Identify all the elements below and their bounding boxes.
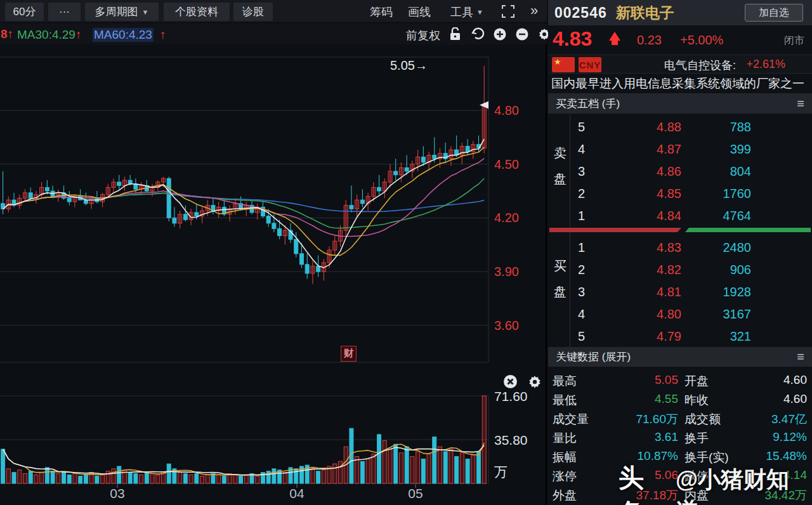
period-60min-button[interactable]: 60分 — [5, 3, 44, 21]
value: 4.60 — [731, 392, 807, 406]
value: 4.55 — [593, 392, 678, 406]
volume: 3167 — [688, 307, 751, 322]
value: 3.47亿 — [731, 411, 807, 428]
volume-chart[interactable]: 71.6035.80万030405 — [0, 371, 547, 505]
label: 换手 — [684, 430, 709, 447]
sell-row-3[interactable]: 34.86804 — [570, 161, 812, 183]
price-change-percent: +5.00% — [680, 33, 723, 48]
sell-ratio-bar — [549, 228, 681, 232]
stock-detail-panel: 002546 新联电子 加自选 4.83 0.23 +5.00% 闭市 ★ CN… — [548, 0, 812, 505]
price: 4.79 — [608, 329, 681, 344]
buy-sell-ratio-bar — [548, 228, 812, 233]
chart-controls — [448, 27, 551, 41]
sector-name[interactable]: 电气自控设备: — [664, 58, 736, 73]
cny-badge-icon: CNY — [579, 57, 601, 72]
buy-row-2[interactable]: 24.82906 — [570, 259, 812, 282]
menu-icon[interactable]: ≡ — [797, 96, 804, 111]
value: 71.60万 — [593, 411, 678, 428]
chips-button[interactable]: 筹码 — [370, 4, 393, 20]
order-book-header[interactable]: 买卖五档 (手) ≡ — [548, 94, 812, 114]
label: 成交量 — [553, 411, 589, 428]
svg-text:05: 05 — [408, 486, 422, 501]
svg-text:4.20: 4.20 — [494, 211, 519, 225]
price: 4.85 — [608, 187, 681, 201]
up-arrow-stem — [612, 39, 618, 45]
lock-icon[interactable] — [448, 27, 462, 41]
stock-info-button[interactable]: 个股资料 — [164, 3, 230, 21]
order-book-title: 买卖五档 (手) — [556, 96, 620, 111]
price: 4.84 — [608, 209, 681, 223]
label: 开盘 — [684, 373, 709, 390]
sell-row-1[interactable]: 14.844764 — [570, 206, 812, 228]
buy-row-5[interactable]: 54.79321 — [570, 326, 812, 348]
double-chevron-icon: » — [530, 3, 538, 19]
ma-fragment-label: 8↑ — [1, 27, 13, 41]
price-change: 0.23 — [637, 33, 662, 48]
up-arrow-icon: ↑ — [75, 28, 82, 41]
undo-icon[interactable] — [470, 27, 485, 41]
candlestick-chart[interactable]: 4.804.504.203.903.605.05→ 财 — [0, 44, 547, 371]
volume: 1928 — [688, 285, 751, 299]
buy-row-4[interactable]: 44.803167 — [570, 304, 812, 326]
key-data-header[interactable]: 关键数据 (展开) ≡ — [548, 347, 812, 367]
fullscreen-icon[interactable] — [502, 5, 514, 18]
svg-text:35.80: 35.80 — [494, 433, 528, 447]
volume: 321 — [688, 329, 751, 344]
key-data-row: 振幅10.87%换手(实)15.48% — [548, 447, 812, 466]
key-data-row: 外盘37.18万内盘34.42万 — [548, 485, 812, 504]
chart-area: 60分 ··· 多周期图▼ 个股资料 诊股 筹码 画线 工具▼ » 8↑ MA3… — [0, 0, 547, 505]
tools-label: 工具 — [450, 4, 473, 20]
menu-icon[interactable]: ≡ — [797, 350, 804, 364]
sell-side-label: 卖 盘 — [553, 145, 567, 188]
expand-toolbar-icon[interactable]: » — [530, 3, 538, 19]
tools-button[interactable]: 工具▼ — [450, 4, 483, 20]
sell-row-5[interactable]: 54.88788 — [570, 117, 812, 139]
price: 4.82 — [608, 263, 681, 277]
svg-text:4.80: 4.80 — [494, 103, 519, 117]
key-data-row: 最高5.05开盘4.60 — [548, 371, 812, 390]
sell-row-2[interactable]: 24.851760 — [570, 183, 812, 206]
volume: 2480 — [688, 240, 751, 255]
gear-icon[interactable] — [527, 374, 542, 392]
zoom-out-icon[interactable] — [514, 27, 529, 41]
multi-period-button[interactable]: 多周期图▼ — [85, 3, 159, 21]
sell-char: 卖 — [554, 145, 566, 162]
svg-text:5.05→: 5.05→ — [390, 58, 428, 72]
level: 1 — [578, 209, 585, 223]
level: 5 — [578, 120, 585, 134]
level: 5 — [578, 329, 585, 344]
price: 4.80 — [608, 307, 681, 322]
svg-text:3.90: 3.90 — [494, 265, 519, 279]
market-status: 闭市 — [784, 34, 804, 48]
add-watchlist-button[interactable]: 加自选 — [745, 4, 803, 22]
ma30-label[interactable]: MA30:4.29↑ — [17, 28, 81, 42]
stock-header: 002546 新联电子 加自选 — [548, 0, 812, 25]
sell-row-4[interactable]: 44.87399 — [570, 139, 812, 161]
volume: 804 — [688, 164, 751, 179]
more-periods-button[interactable]: ··· — [48, 3, 81, 21]
diagnose-button[interactable]: 诊股 — [233, 3, 273, 21]
trading-app: 60分 ··· 多周期图▼ 个股资料 诊股 筹码 画线 工具▼ » 8↑ MA3… — [0, 0, 812, 505]
label: 换手(实) — [684, 449, 729, 466]
key-data-title: 关键数据 (展开) — [556, 350, 631, 364]
diagnose-label: 诊股 — [242, 4, 264, 19]
ma30-value: MA30:4.29 — [17, 28, 75, 41]
order-book: 卖 盘 买 盘 54.88788 44.87399 34.86804 24.85… — [548, 114, 812, 347]
ma60-label[interactable]: MA60:4.23 — [93, 28, 154, 42]
adjust-mode-button[interactable]: 前复权 — [406, 28, 440, 43]
key-data-grid: 最高5.05开盘4.60 最低4.55昨收4.60 成交量71.60万成交额3.… — [548, 367, 812, 505]
sector-change: +2.61% — [746, 58, 785, 71]
current-price: 4.83 — [553, 27, 592, 51]
draw-line-button[interactable]: 画线 — [408, 4, 431, 20]
buy-row-3[interactable]: 34.811928 — [570, 282, 812, 304]
ma60-value: MA60:4.23 — [94, 28, 152, 41]
close-icon[interactable] — [503, 374, 518, 392]
key-data-row: 涨停5.06跌停4.14 — [548, 466, 812, 485]
volume: 906 — [688, 263, 751, 277]
buy-row-1[interactable]: 14.832480 — [570, 237, 812, 259]
level: 3 — [578, 164, 585, 179]
label: 跌停 — [684, 468, 709, 485]
key-data-row: 量比3.61换手9.12% — [548, 428, 812, 447]
zoom-in-icon[interactable] — [492, 27, 507, 41]
label: 涨停 — [553, 468, 577, 485]
